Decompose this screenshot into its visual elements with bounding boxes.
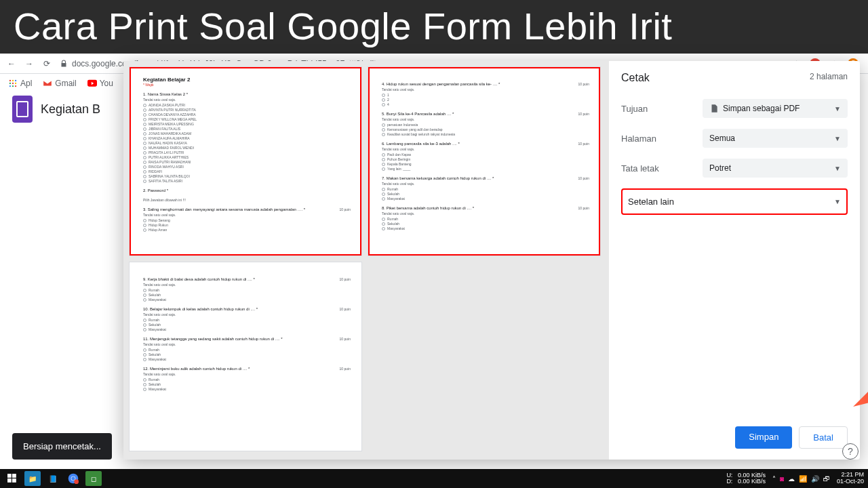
tray-cloud-icon[interactable]: ☁: [788, 475, 795, 483]
banner-text: Cara Print Soal Google Form Lebih Irit: [14, 5, 672, 47]
nav-reload-icon[interactable]: ⟳: [42, 59, 52, 68]
file-explorer-icon[interactable]: 📁: [24, 471, 41, 486]
svg-point-0: [9, 80, 11, 81]
tray-app-icon[interactable]: ◙: [780, 475, 784, 483]
sheet-count: 2 halaman: [810, 72, 848, 84]
svg-rect-11: [7, 474, 12, 478]
bookmark-gmail[interactable]: Gmail: [43, 79, 76, 88]
help-button[interactable]: ?: [842, 443, 859, 460]
doc-title[interactable]: Kegiatan B: [41, 102, 100, 117]
bookmark-apps[interactable]: Apl: [8, 79, 32, 88]
svg-point-18: [74, 479, 79, 484]
svg-point-4: [12, 83, 14, 84]
cancel-button[interactable]: Batal: [799, 426, 848, 449]
print-title: Cetak: [621, 72, 650, 84]
preview-page-3[interactable]: 10 poin9. Kerja bhakti di balai desa ada…: [129, 262, 362, 451]
language-icon[interactable]: 🗗: [823, 475, 830, 483]
tutorial-title-banner: Cara Print Soal Google Form Lebih Irit: [0, 0, 868, 54]
nav-back-icon[interactable]: ←: [7, 59, 16, 68]
network-stats: U: 0.00 KiB/s D: 0.00 KiB/s: [726, 472, 766, 485]
apps-grid-icon: [8, 79, 18, 88]
chrome-icon[interactable]: [65, 471, 81, 486]
dialog-actions: Simpan Batal: [735, 426, 848, 449]
start-button[interactable]: [4, 471, 20, 486]
svg-rect-13: [7, 479, 12, 483]
destination-row: Tujuan Simpan sebagai PDF ▼: [621, 99, 848, 118]
layout-select[interactable]: Potret▼: [703, 159, 848, 178]
annotation-arrow: [853, 230, 868, 407]
svg-point-1: [12, 80, 14, 81]
destination-select[interactable]: Simpan sebagai PDF ▼: [703, 99, 848, 118]
svg-point-7: [12, 85, 14, 87]
svg-point-3: [9, 83, 11, 84]
tray-up-icon[interactable]: ˄: [772, 475, 776, 483]
svg-point-8: [15, 85, 16, 87]
svg-point-6: [9, 85, 11, 87]
camtasia-icon[interactable]: ◻: [85, 471, 102, 486]
svg-point-5: [15, 83, 16, 84]
chevron-down-icon: ▼: [834, 198, 841, 205]
status-toast: Bersiap mencetak...: [12, 433, 112, 460]
sound-icon[interactable]: 🔊: [811, 475, 819, 483]
lock-icon: [60, 60, 68, 68]
windows-taskbar: 📁 📘 ◻ U: 0.00 KiB/s D: 0.00 KiB/s ˄ ◙ ☁ …: [0, 469, 868, 488]
bookmark-youtube[interactable]: You: [87, 79, 113, 88]
system-tray[interactable]: ˄ ◙ ☁ 📶 🔊 🗗: [772, 475, 830, 483]
pages-row: Halaman Semua▼: [621, 129, 848, 148]
svg-marker-10: [853, 230, 868, 407]
taskbar-clock[interactable]: 2:21 PM 01-Oct-20: [837, 472, 864, 485]
layout-row: Tata letak Potret▼: [621, 159, 848, 178]
preview-page-1[interactable]: Kegiatan Belajar 2 * Wajib 1. Nama Siswa…: [129, 66, 362, 256]
svg-rect-12: [12, 474, 16, 478]
wifi-icon[interactable]: 📶: [799, 475, 807, 483]
svg-point-2: [15, 80, 16, 81]
task-app-icon[interactable]: 📘: [45, 471, 61, 486]
gmail-icon: [43, 79, 52, 88]
pages-select[interactable]: Semua▼: [703, 129, 848, 148]
more-settings-toggle[interactable]: Setelan lain ▼: [621, 188, 848, 215]
google-forms-icon[interactable]: [12, 96, 33, 123]
print-preview-pane[interactable]: Kegiatan Belajar 2 * Wajib 1. Nama Siswa…: [123, 61, 609, 460]
preview-page-2[interactable]: 10 poin4. Hidup rukun sesuai dengan peng…: [368, 66, 601, 256]
svg-point-17: [71, 476, 75, 480]
print-dialog: Kegiatan Belajar 2 * Wajib 1. Nama Siswa…: [123, 61, 860, 460]
print-settings-pane: Cetak 2 halaman Tujuan Simpan sebagai PD…: [609, 61, 860, 460]
chevron-down-icon: ▼: [834, 165, 841, 172]
chevron-down-icon: ▼: [834, 135, 841, 142]
youtube-icon: [87, 79, 97, 88]
svg-rect-14: [12, 479, 16, 483]
forms-doc-header: Kegiatan B: [12, 96, 100, 123]
nav-forward-icon[interactable]: →: [24, 59, 34, 68]
pdf-icon: [709, 104, 719, 113]
save-button[interactable]: Simpan: [735, 426, 792, 449]
chevron-down-icon: ▼: [834, 105, 841, 113]
